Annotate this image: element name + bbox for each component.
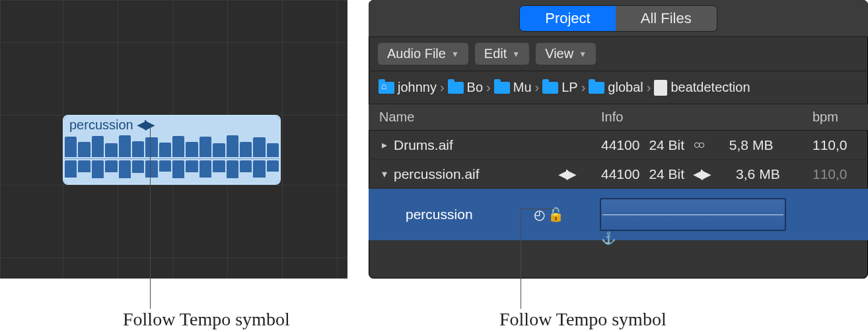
- sample-rate: 44100: [601, 166, 639, 182]
- timeline-area: percussion ◀▶: [0, 0, 347, 279]
- breadcrumb-item[interactable]: LP: [540, 79, 579, 96]
- bpm-value: 110,0: [813, 137, 868, 153]
- chevron-right-icon[interactable]: ▸: [379, 139, 390, 151]
- column-name[interactable]: Name: [369, 110, 534, 125]
- browser-panel: Project All Files Audio File ▼ Edit ▼ Vi…: [369, 0, 868, 279]
- breadcrumb-item[interactable]: Bo: [446, 79, 485, 96]
- breadcrumb-label: Mu: [513, 80, 532, 95]
- breadcrumb-separator-icon: ›: [439, 80, 446, 95]
- breadcrumb-separator-icon: ›: [534, 80, 541, 95]
- chevron-down-icon: ▼: [579, 50, 587, 59]
- file-icon: [654, 80, 667, 96]
- folder-icon: [494, 82, 510, 94]
- follow-tempo-icon: ◀▶: [694, 167, 709, 182]
- stereo-icon: ○○: [694, 138, 703, 152]
- file-size: 3,6 MB: [736, 166, 780, 182]
- breadcrumb-item[interactable]: global: [587, 79, 645, 96]
- callout-line: [521, 209, 555, 209]
- breadcrumb-separator-icon: ›: [645, 80, 653, 95]
- bit-depth: 24 Bit: [649, 166, 684, 182]
- breadcrumb-item[interactable]: beatdetection: [652, 79, 752, 97]
- menu-label: View: [545, 46, 573, 61]
- bit-depth: 24 Bit: [649, 137, 684, 153]
- chevron-down-icon: ▼: [451, 50, 459, 59]
- folder-icon: [542, 82, 558, 94]
- callout-label: Follow Tempo symbol: [499, 309, 667, 330]
- folder-icon: [589, 82, 604, 94]
- breadcrumb: johnny › Bo › Mu › LP › global › beatdet…: [369, 71, 868, 104]
- region-name: percussion: [369, 207, 534, 222]
- folder-icon: [448, 82, 464, 94]
- anchor-icon: ⚓: [601, 231, 616, 246]
- region-row[interactable]: percussion ◴ 🔓 ⚓: [369, 189, 868, 240]
- tab-all-files[interactable]: All Files: [616, 6, 717, 31]
- menu-audio-file[interactable]: Audio File ▼: [378, 43, 468, 65]
- follow-tempo-icon: ◀▶: [137, 117, 153, 132]
- file-name: Drums.aif: [394, 137, 453, 153]
- home-folder-icon: [379, 82, 394, 94]
- tab-bar: Project All Files: [369, 0, 868, 37]
- audio-region[interactable]: percussion ◀▶: [63, 115, 281, 185]
- file-size: 5,8 MB: [729, 137, 774, 153]
- breadcrumb-item[interactable]: Mu: [492, 79, 534, 96]
- table-row[interactable]: ▾ percussion.aif ◀▶ 44100 24 Bit ◀▶ 3,6 …: [369, 160, 868, 189]
- callout-line: [150, 125, 151, 309]
- breadcrumb-label: johnny: [398, 80, 437, 95]
- breadcrumb-label: beatdetection: [670, 80, 750, 95]
- menu-view[interactable]: View ▼: [536, 43, 596, 65]
- column-bpm[interactable]: bpm: [813, 110, 868, 125]
- menu-edit[interactable]: Edit ▼: [475, 43, 529, 65]
- breadcrumb-separator-icon: ›: [580, 80, 587, 95]
- region-overview[interactable]: ⚓: [600, 198, 799, 231]
- menu-label: Edit: [484, 46, 507, 61]
- breadcrumb-item[interactable]: johnny: [377, 79, 439, 96]
- tab-segmented-control: Project All Files: [520, 6, 717, 31]
- breadcrumb-label: Bo: [467, 80, 483, 95]
- follow-tempo-icon: ◀▶: [559, 167, 575, 182]
- tab-project[interactable]: Project: [520, 6, 615, 31]
- sample-rate: 44100: [601, 137, 639, 153]
- callout-line: [521, 209, 521, 309]
- column-info[interactable]: Info: [600, 110, 813, 125]
- menu-bar: Audio File ▼ Edit ▼ View ▼: [369, 37, 868, 71]
- chevron-down-icon: ▼: [512, 50, 520, 59]
- callout-label: Follow Tempo symbol: [123, 309, 290, 330]
- chevron-down-icon[interactable]: ▾: [379, 168, 390, 180]
- table-header: Name Info bpm: [369, 104, 868, 131]
- file-name: percussion.aif: [394, 166, 480, 182]
- menu-label: Audio File: [387, 46, 446, 61]
- waveform: [64, 133, 279, 183]
- region-name: percussion: [69, 117, 133, 133]
- region-header: percussion ◀▶: [64, 116, 279, 133]
- breadcrumb-label: global: [608, 80, 643, 95]
- breadcrumb-separator-icon: ›: [485, 80, 492, 95]
- breadcrumb-label: LP: [561, 80, 577, 95]
- table-row[interactable]: ▸ Drums.aif 44100 24 Bit ○○ 5,8 MB 110,0: [369, 131, 868, 160]
- bpm-value: 110,0: [813, 166, 868, 182]
